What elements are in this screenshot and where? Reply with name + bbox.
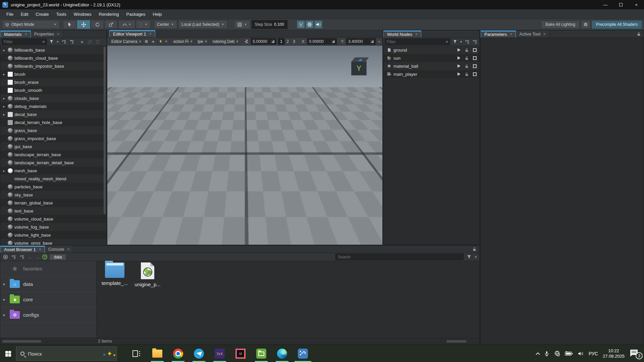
material-row[interactable]: grass_base bbox=[0, 126, 106, 134]
taskbar-app-chrome[interactable] bbox=[168, 345, 189, 362]
close-icon[interactable]: × bbox=[149, 32, 152, 36]
close-icon[interactable]: × bbox=[67, 247, 69, 252]
tab-parameters[interactable]: Parameters × bbox=[481, 31, 516, 38]
camera-select[interactable]: Editor Camera ▼ bbox=[109, 38, 142, 45]
falloff-tool-button[interactable]: ▼ bbox=[118, 20, 136, 29]
panel-lock-icon[interactable] bbox=[637, 31, 644, 38]
clear-filter-icon[interactable]: × bbox=[445, 39, 448, 44]
close-icon[interactable]: × bbox=[415, 32, 418, 37]
drag-handle-icon[interactable] bbox=[271, 40, 274, 43]
taskbar-clock[interactable]: 10:22 27.08.2025 bbox=[603, 348, 625, 359]
physics-toggle[interactable] bbox=[306, 20, 314, 28]
maximize-button[interactable] bbox=[613, 0, 629, 9]
step-size-field[interactable]: Step Size 0.100 bbox=[252, 20, 287, 29]
chevron-down-icon[interactable]: ▼ bbox=[460, 40, 463, 44]
microphone-icon[interactable] bbox=[544, 351, 549, 357]
select-tool-button[interactable] bbox=[63, 20, 76, 29]
delete-material-icon[interactable] bbox=[95, 39, 101, 45]
eye-icon[interactable] bbox=[2, 254, 8, 260]
node-row-main-player[interactable]: main_player bbox=[383, 70, 479, 78]
asset-search-input[interactable] bbox=[338, 255, 461, 259]
expand-arrow-icon[interactable]: ▸ bbox=[2, 72, 6, 76]
more-tools-button[interactable]: ⋮ ▼ bbox=[136, 20, 151, 29]
move-tool-button[interactable] bbox=[77, 20, 90, 29]
expand-arrow-icon[interactable]: ▸ bbox=[2, 48, 6, 52]
bake-settings-button[interactable]: ⚙ bbox=[581, 20, 590, 29]
node-row-ground[interactable]: ground bbox=[383, 46, 479, 54]
file-item-unigine-world[interactable]: unigine_p... bbox=[134, 262, 161, 287]
material-row[interactable]: volume_light_base bbox=[0, 231, 106, 239]
notification-center-button[interactable]: 3 bbox=[629, 349, 641, 359]
expand-hierarchy-icon[interactable] bbox=[69, 39, 75, 45]
toolbar-overflow-icon[interactable]: » bbox=[378, 39, 380, 44]
close-icon[interactable]: × bbox=[25, 32, 27, 37]
chevron-down-icon[interactable]: ▼ bbox=[56, 40, 59, 44]
flag-icon[interactable] bbox=[458, 64, 461, 68]
precompile-all-shaders-button[interactable]: Precompile All Shaders bbox=[592, 20, 642, 29]
sidebar-item-favorites[interactable]: ★ favorites bbox=[0, 261, 96, 277]
material-row[interactable]: brush_erase bbox=[0, 78, 106, 86]
expand-hierarchy-icon[interactable] bbox=[19, 254, 25, 260]
minimize-button[interactable]: — bbox=[598, 0, 613, 9]
visibility-checkbox[interactable] bbox=[473, 72, 477, 76]
tab-world-nodes[interactable]: World Nodes × bbox=[383, 31, 421, 38]
duplicate-material-icon[interactable] bbox=[87, 39, 93, 45]
taskbar-app-edge[interactable] bbox=[272, 345, 292, 362]
material-row[interactable]: billboards_impostor_base bbox=[0, 62, 106, 70]
node-row-sun[interactable]: sun bbox=[383, 54, 479, 62]
viewport-3d-scene[interactable]: Y bbox=[107, 46, 382, 245]
tab-properties[interactable]: Properties × bbox=[31, 31, 63, 38]
files-scrollbar[interactable] bbox=[446, 340, 467, 343]
rotate-tool-button[interactable] bbox=[91, 20, 104, 29]
speed-preset-1[interactable]: 1 bbox=[278, 38, 284, 45]
rendering-debug-select[interactable]: ndering Deb ▼ bbox=[211, 38, 239, 45]
file-item-template-folder[interactable]: template_... bbox=[101, 262, 128, 286]
taskbar-app-intellij[interactable]: IJ bbox=[230, 345, 251, 362]
battery-icon[interactable] bbox=[565, 351, 573, 356]
expand-arrow-icon[interactable]: ▸ bbox=[2, 113, 6, 116]
collapse-hierarchy-icon[interactable] bbox=[61, 39, 67, 45]
close-button[interactable]: × bbox=[629, 0, 644, 9]
clear-filter-icon[interactable]: × bbox=[42, 39, 45, 44]
helpers-select[interactable]: lpe ▼ bbox=[196, 38, 209, 45]
taskbar-search-box[interactable]: Поиск ✦✦✦ bbox=[16, 347, 117, 361]
material-row[interactable]: particles_base bbox=[0, 183, 106, 191]
selection-filter-select[interactable]: ection Fi ▼ bbox=[171, 38, 194, 45]
menu-file[interactable]: File bbox=[3, 9, 17, 19]
material-row[interactable]: ▸clouds_base bbox=[0, 94, 106, 102]
collapse-hierarchy-icon[interactable] bbox=[11, 254, 17, 260]
visibility-checkbox[interactable] bbox=[473, 56, 477, 60]
close-icon[interactable]: × bbox=[39, 247, 41, 252]
speed-preset-2[interactable]: 2 bbox=[284, 38, 291, 45]
expand-arrow-icon[interactable]: ▸ bbox=[2, 105, 6, 108]
filter-funnel-icon[interactable] bbox=[49, 39, 55, 45]
tab-materials[interactable]: Materials × bbox=[0, 31, 31, 38]
tab-editor-viewport-1[interactable]: Editor Viewport 1 × bbox=[109, 30, 155, 37]
panel-lock-icon[interactable] bbox=[472, 246, 479, 253]
close-icon[interactable]: × bbox=[510, 32, 512, 37]
sidebar-item-configs[interactable]: ▸ ⚙ configs bbox=[0, 307, 96, 323]
flag-icon[interactable] bbox=[458, 56, 461, 60]
taskbar-app-unigine[interactable] bbox=[292, 345, 313, 362]
taskbar-app-tex-editor[interactable]: TeX bbox=[209, 345, 230, 362]
materials-scrollbar[interactable] bbox=[104, 47, 106, 214]
expand-arrow-icon[interactable]: ▸ bbox=[2, 97, 6, 100]
axis-gizmo[interactable]: Y bbox=[351, 57, 368, 76]
material-row[interactable]: volume_cloud_base bbox=[0, 215, 106, 223]
material-row[interactable]: landscape_terrain_detail_base bbox=[0, 159, 106, 167]
menu-tools[interactable]: Tools bbox=[52, 9, 70, 19]
material-row[interactable]: brush_smooth bbox=[0, 86, 106, 94]
speed-preset-3[interactable]: 3 bbox=[291, 38, 297, 45]
material-row[interactable]: volume_fog_base bbox=[0, 223, 106, 231]
menu-windows[interactable]: Windows bbox=[70, 9, 95, 19]
menu-packages[interactable]: Packages bbox=[123, 9, 149, 19]
tab-console[interactable]: Console × bbox=[45, 246, 73, 253]
unlock-icon[interactable] bbox=[465, 64, 469, 68]
flag-icon[interactable] bbox=[458, 72, 461, 76]
material-row[interactable]: terrain_global_base bbox=[0, 199, 106, 207]
tab-active-tool[interactable]: Active Tool × bbox=[516, 31, 549, 38]
tab-asset-browser[interactable]: Asset Browser 1 × bbox=[0, 246, 45, 253]
network-no-internet-icon[interactable] bbox=[554, 351, 560, 357]
expand-hierarchy-icon[interactable] bbox=[472, 39, 478, 45]
tray-expand-chevron-icon[interactable] bbox=[536, 352, 540, 357]
